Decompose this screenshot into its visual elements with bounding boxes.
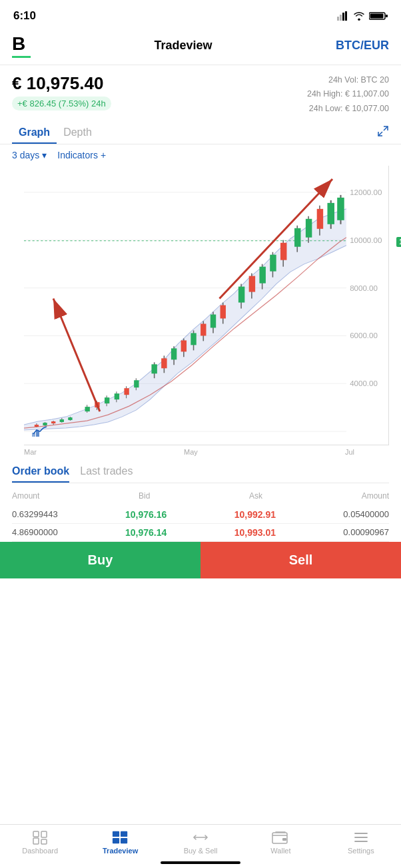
indicators-button[interactable]: Indicators + [57, 150, 106, 160]
svg-text:6000.00: 6000.00 [350, 331, 378, 339]
status-icons [337, 11, 388, 21]
chart-wrapper: 12000.00 10000.00 8000.00 6000.00 4000.0… [12, 166, 401, 456]
candlestick-chart: 12000.00 10000.00 8000.00 6000.00 4000.0… [24, 166, 388, 445]
wifi-icon [353, 11, 365, 21]
svg-rect-45 [161, 358, 167, 368]
svg-rect-65 [270, 254, 276, 271]
header-pair[interactable]: BTC/EUR [336, 39, 389, 53]
price-high: 24h High: € 11,007.00 [307, 87, 389, 101]
svg-rect-27 [60, 419, 64, 422]
expand-icon[interactable] [377, 125, 389, 140]
trade-buttons: Buy Sell [0, 542, 401, 578]
svg-rect-75 [327, 203, 334, 224]
nav-tradeview-label: Tradeview [103, 847, 138, 855]
order-book-row: 4.86900000 10,976.14 10,993.01 0.0009096… [12, 524, 389, 542]
svg-rect-59 [238, 286, 244, 302]
tab-graph[interactable]: Graph [12, 121, 57, 144]
order-book-section: Order book Last trades Amount Bid Ask Am… [0, 456, 401, 542]
svg-line-8 [378, 132, 382, 136]
svg-text:10000.00: 10000.00 [350, 236, 382, 244]
svg-rect-69 [294, 228, 300, 247]
svg-rect-3 [345, 11, 347, 21]
price-section: € 10,975.40 +€ 826.45 (7.53%) 24h 24h Vo… [0, 65, 401, 121]
svg-marker-79 [32, 433, 35, 437]
chart-tabs: Graph Depth [0, 121, 401, 144]
nav-wallet-label: Wallet [270, 847, 290, 855]
nav-settings[interactable]: Settings [321, 830, 401, 855]
nav-dashboard[interactable]: Dashboard [0, 830, 80, 855]
battery-icon [369, 11, 388, 21]
buysell-icon [192, 830, 209, 845]
row1-amount-right: 0.05400000 [343, 509, 389, 519]
status-time: 6:10 [13, 9, 36, 23]
plus-icon: + [101, 150, 106, 160]
tab-last-trades[interactable]: Last trades [80, 465, 133, 483]
svg-rect-6 [370, 14, 384, 19]
price-vol: 24h Vol: BTC 20 [307, 73, 389, 87]
svg-text:4000.00: 4000.00 [350, 379, 378, 387]
order-book-tabs: Order book Last trades [12, 465, 389, 483]
price-change: +€ 826.45 (7.53%) 24h [12, 97, 111, 110]
nav-buysell[interactable]: Buy & Sell [161, 830, 240, 855]
svg-rect-61 [249, 276, 255, 292]
price-low: 24h Low: € 10,077.00 [307, 102, 389, 116]
col-bid: Bid [139, 491, 150, 501]
row2-amount-right: 0.00090967 [343, 527, 389, 537]
order-book-row: 0.63299443 10,976.16 10,992.91 0.0540000… [12, 506, 389, 524]
svg-rect-71 [306, 219, 312, 238]
svg-rect-25 [51, 421, 55, 423]
svg-rect-51 [191, 333, 196, 345]
buy-button[interactable]: Buy [0, 542, 200, 578]
tab-order-book[interactable]: Order book [12, 465, 69, 483]
svg-rect-84 [33, 838, 39, 844]
svg-rect-1 [340, 15, 342, 21]
status-bar: 6:10 [0, 0, 401, 29]
main-price: € 10,975.40 [12, 73, 111, 94]
svg-rect-89 [121, 831, 127, 837]
sell-button[interactable]: Sell [200, 542, 401, 578]
chart-x-axis: Mar May Jul [12, 445, 401, 456]
svg-rect-91 [121, 838, 127, 843]
col-amount: Amount [12, 491, 39, 501]
x-label-mar: Mar [24, 448, 37, 456]
chart-area[interactable]: 12000.00 10000.00 8000.00 6000.00 4000.0… [24, 166, 389, 445]
svg-rect-94 [282, 838, 286, 841]
chevron-down-icon: ▾ [42, 150, 47, 160]
chart-mini-icon [32, 425, 49, 441]
wallet-icon [272, 830, 289, 845]
svg-marker-80 [36, 431, 39, 437]
nav-buysell-label: Buy & Sell [184, 847, 218, 855]
svg-rect-53 [200, 324, 206, 335]
svg-rect-67 [280, 242, 286, 260]
row2-bid: 10,976.14 [125, 527, 167, 538]
svg-rect-87 [41, 839, 47, 844]
dashboard-icon [31, 830, 49, 845]
tab-depth[interactable]: Depth [57, 121, 99, 144]
home-indicator [161, 861, 240, 864]
svg-rect-31 [85, 407, 90, 411]
svg-rect-33 [95, 402, 99, 407]
nav-tradeview[interactable]: Tradeview [80, 830, 160, 855]
svg-rect-73 [317, 209, 323, 229]
svg-rect-85 [33, 831, 39, 837]
svg-rect-90 [113, 838, 119, 843]
row1-ask: 10,992.91 [234, 509, 276, 520]
row1-amount: 0.63299443 [12, 509, 58, 519]
svg-rect-49 [181, 340, 187, 351]
col-ask: Ask [249, 491, 262, 501]
nav-settings-label: Settings [348, 847, 374, 855]
svg-rect-86 [41, 831, 47, 837]
timeframe-button[interactable]: 3 days ▾ [12, 150, 47, 160]
nav-wallet[interactable]: Wallet [240, 830, 320, 855]
col-amount-right: Amount [362, 491, 389, 501]
header: B Tradeview BTC/EUR [0, 29, 401, 65]
svg-line-7 [384, 126, 388, 130]
order-book-header: Amount Bid Ask Amount [12, 489, 389, 503]
price-stats: 24h Vol: BTC 20 24h High: € 11,007.00 24… [307, 73, 389, 116]
svg-rect-29 [68, 417, 72, 420]
svg-rect-57 [220, 305, 226, 318]
header-title: Tradeview [154, 39, 212, 53]
svg-rect-63 [259, 266, 265, 283]
tradeview-icon [112, 830, 129, 845]
price-left: € 10,975.40 +€ 826.45 (7.53%) 24h [12, 73, 111, 110]
